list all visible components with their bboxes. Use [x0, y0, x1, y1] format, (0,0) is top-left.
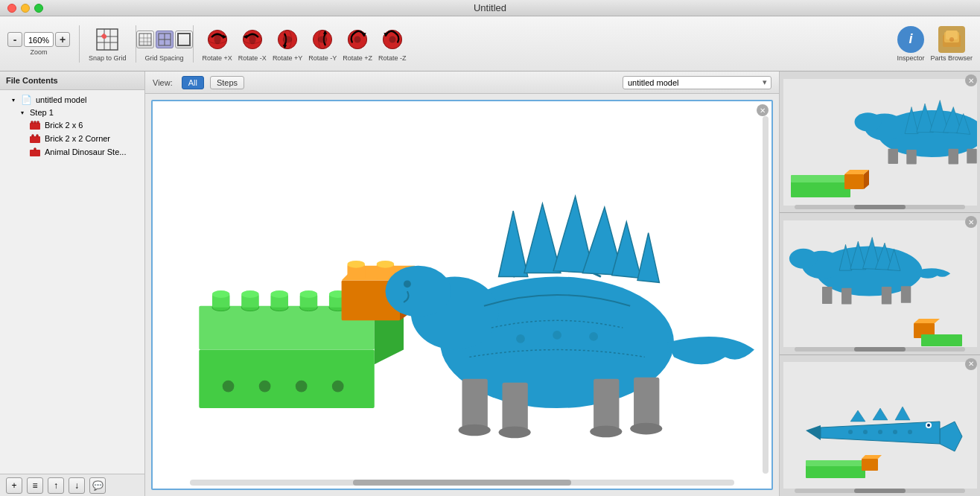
- panel-content-2: [780, 213, 980, 354]
- svg-point-76: [259, 381, 271, 392]
- brick-icon-2: [30, 133, 42, 144]
- svg-point-100: [459, 425, 491, 436]
- viewport-close-button[interactable]: ✕: [757, 104, 769, 116]
- move-down-button[interactable]: ↓: [69, 477, 85, 494]
- menu-button[interactable]: ≡: [27, 477, 43, 494]
- svg-point-95: [404, 280, 411, 287]
- rotate-nz-button[interactable]: Rotate -Z: [378, 26, 407, 62]
- panel-section-1: ✕: [780, 71, 980, 213]
- svg-point-23: [249, 34, 255, 44]
- tree-item-brick2[interactable]: Brick 2 x 2 Corner: [0, 132, 144, 145]
- maximize-button[interactable]: [34, 4, 43, 13]
- panel-close-1[interactable]: ✕: [965, 74, 977, 86]
- svg-rect-98: [594, 379, 619, 432]
- svg-rect-44: [30, 123, 40, 130]
- svg-rect-116: [888, 148, 898, 163]
- inspector-label: Inspector: [897, 54, 924, 62]
- svg-point-70: [300, 290, 318, 298]
- sidebar: File Contents ▾ 📄 untitled model ▾ Step …: [0, 71, 145, 496]
- rotate-ny-button[interactable]: Rotate -Y: [308, 26, 337, 62]
- grid-small-icon[interactable]: [136, 31, 154, 48]
- zoom-controls: - 160% +: [7, 32, 70, 47]
- zoom-plus-button[interactable]: +: [55, 32, 70, 47]
- divider-1: [79, 25, 80, 63]
- svg-rect-135: [841, 288, 851, 305]
- svg-point-49: [32, 135, 34, 137]
- svg-point-31: [318, 36, 328, 42]
- grid-medium-icon[interactable]: [156, 31, 174, 48]
- svg-rect-121: [791, 175, 850, 182]
- viewport-scrollbar-v[interactable]: [763, 116, 769, 474]
- svg-point-68: [270, 290, 288, 298]
- svg-point-52: [34, 148, 36, 150]
- view-all-button[interactable]: All: [182, 76, 204, 89]
- rotate-pz-button[interactable]: Rotate +Z: [343, 26, 372, 62]
- rotate-nx-button[interactable]: Rotate -X: [238, 26, 267, 62]
- viewport[interactable]: ✕: [151, 100, 773, 490]
- panel-section-3: ✕: [780, 355, 980, 496]
- tree-arrow: ▾: [12, 97, 21, 104]
- panel-scrollbar-2[interactable]: [795, 347, 965, 352]
- rotate-pz-label: Rotate +Z: [343, 54, 372, 62]
- svg-point-110: [854, 112, 881, 131]
- toolbar: - 160% + Zoom Snap to Grid: [0, 16, 980, 71]
- inspector-icon: i: [897, 26, 924, 53]
- sidebar-footer: + ≡ ↑ ↓ 💬: [0, 474, 144, 496]
- svg-point-153: [893, 430, 897, 434]
- comment-button[interactable]: 💬: [89, 477, 106, 494]
- snap-to-grid-label: Snap to Grid: [89, 54, 127, 62]
- grid-large-icon[interactable]: [175, 31, 193, 48]
- close-button[interactable]: [7, 4, 16, 13]
- rotate-py-button[interactable]: Rotate +Y: [273, 26, 302, 62]
- svg-point-85: [377, 261, 395, 268]
- panel-scrollbar-1[interactable]: [795, 205, 965, 209]
- panel-section-2: ✕: [780, 213, 980, 354]
- rotate-nz-label: Rotate -Z: [378, 54, 407, 62]
- tree-model-label: untitled model: [36, 95, 87, 104]
- rotate-px-button[interactable]: Rotate +X: [203, 26, 232, 62]
- svg-rect-156: [806, 460, 865, 466]
- tree-item-step1[interactable]: ▾ Step 1: [0, 106, 144, 118]
- model-selector[interactable]: untitled model: [623, 76, 771, 89]
- panel-close-3[interactable]: ✕: [965, 358, 977, 370]
- snap-to-grid-button[interactable]: Snap to Grid: [89, 26, 127, 62]
- zoom-label: Zoom: [30, 48, 47, 56]
- svg-point-106: [589, 332, 598, 341]
- tree-brick1-label: Brick 2 x 6: [45, 121, 83, 130]
- panel-scrollbar-3[interactable]: [795, 489, 965, 493]
- sidebar-header: File Contents: [0, 71, 144, 90]
- svg-point-66: [241, 290, 259, 298]
- move-up-button[interactable]: ↑: [48, 477, 64, 494]
- panel-scrollbar-thumb-2: [854, 347, 906, 352]
- right-panel: ✕: [779, 71, 980, 496]
- svg-point-64: [212, 290, 230, 298]
- divider-3: [193, 25, 194, 63]
- svg-point-46: [34, 121, 36, 124]
- canvas-area: View: All Steps untitled model ✕: [145, 71, 779, 496]
- viewport-scrollbar-h[interactable]: [190, 480, 734, 486]
- rotate-py-icon: [274, 26, 301, 53]
- add-button[interactable]: +: [6, 477, 22, 494]
- tree-item-brick1[interactable]: Brick 2 x 6: [0, 118, 144, 132]
- panel-scrollbar-thumb-1: [854, 205, 906, 209]
- rotate-nz-icon: [379, 26, 406, 53]
- svg-point-152: [878, 430, 882, 434]
- grid-spacing-button[interactable]: Grid Spacing: [145, 26, 184, 62]
- view-steps-button[interactable]: Steps: [210, 76, 244, 89]
- svg-point-88: [385, 266, 451, 317]
- tree-item-dino[interactable]: Animal Dinosaur Ste...: [0, 145, 144, 159]
- svg-point-78: [332, 381, 344, 392]
- snap-to-grid-icon: [94, 26, 121, 53]
- svg-point-128: [789, 249, 817, 269]
- svg-point-43: [949, 37, 954, 42]
- minimize-button[interactable]: [21, 4, 30, 13]
- svg-rect-54: [199, 350, 374, 408]
- svg-rect-97: [502, 383, 527, 433]
- parts-browser-button[interactable]: Parts Browser: [930, 26, 973, 62]
- inspector-button[interactable]: i Inspector: [897, 26, 924, 62]
- titlebar-controls: [7, 4, 43, 13]
- rotate-pz-icon: [344, 26, 371, 53]
- zoom-minus-button[interactable]: -: [7, 32, 22, 47]
- tree-item-model[interactable]: ▾ 📄 untitled model: [0, 93, 144, 106]
- svg-rect-134: [822, 287, 832, 304]
